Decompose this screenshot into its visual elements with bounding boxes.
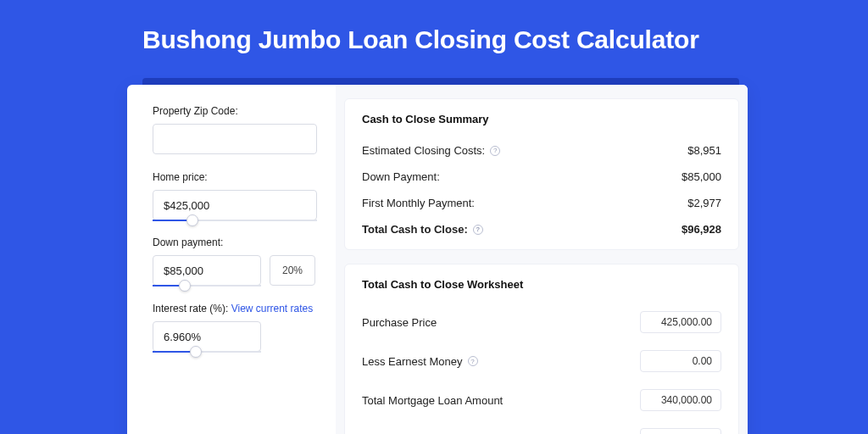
summary-panel: Cash to Close Summary Estimated Closing …	[344, 98, 739, 250]
summary-row-value: $2,977	[687, 197, 721, 209]
summary-row-value: $8,951	[687, 144, 721, 157]
summary-row-label-text: First Monthly Payment:	[362, 197, 475, 209]
worksheet-row: Less Earnest Money?0.00	[362, 342, 721, 381]
worksheet-row-value[interactable]: 340,000.00	[640, 389, 721, 411]
summary-row-value: $96,928	[682, 223, 721, 236]
summary-row: Total Cash to Close:?$96,928	[362, 216, 721, 242]
page-title: Bushong Jumbo Loan Closing Cost Calculat…	[0, 0, 868, 70]
calculator-card: Property Zip Code: Home price: Down paym…	[127, 85, 748, 434]
interest-slider-knob[interactable]	[190, 346, 202, 358]
worksheet-row-label: Purchase Price	[362, 316, 437, 329]
home-price-slider-knob[interactable]	[186, 214, 198, 226]
worksheet-row-value[interactable]	[640, 428, 721, 434]
home-price-input[interactable]	[153, 190, 317, 220]
down-payment-input[interactable]	[153, 255, 261, 286]
view-rates-link[interactable]: View current rates	[231, 303, 314, 314]
summary-title: Cash to Close Summary	[362, 113, 721, 125]
interest-field-block: Interest rate (%): View current rates	[153, 303, 317, 352]
zip-label: Property Zip Code:	[153, 105, 317, 117]
summary-row: Estimated Closing Costs:?$8,951	[362, 137, 721, 164]
summary-row-label-text: Estimated Closing Costs:	[362, 144, 485, 157]
home-price-label: Home price:	[153, 171, 317, 183]
worksheet-row-label-text: Less Earnest Money	[362, 355, 463, 368]
worksheet-row-label: Total Mortgage Loan Amount	[362, 394, 503, 407]
worksheet-row: Purchase Price425,000.00	[362, 303, 721, 342]
summary-row: First Monthly Payment:$2,977	[362, 190, 721, 216]
results-column: Cash to Close Summary Estimated Closing …	[336, 85, 748, 434]
interest-input[interactable]	[153, 321, 261, 352]
summary-row: Down Payment:$85,000	[362, 164, 721, 190]
summary-row-label: Estimated Closing Costs:?	[362, 144, 500, 157]
help-icon[interactable]: ?	[468, 356, 478, 366]
down-payment-percent[interactable]: 20%	[270, 255, 315, 286]
down-payment-label: Down payment:	[153, 236, 317, 248]
summary-row-label: Total Cash to Close:?	[362, 223, 483, 236]
help-icon[interactable]: ?	[490, 146, 500, 156]
worksheet-row-label: Less Earnest Money?	[362, 355, 478, 368]
worksheet-row-value[interactable]: 0.00	[640, 350, 721, 372]
worksheet-row-label-text: Purchase Price	[362, 316, 437, 329]
home-price-field-block: Home price:	[153, 171, 317, 220]
down-payment-slider-knob[interactable]	[179, 280, 191, 292]
worksheet-title: Total Cash to Close Worksheet	[362, 278, 721, 291]
inputs-column: Property Zip Code: Home price: Down paym…	[127, 85, 336, 434]
summary-row-value: $85,000	[682, 170, 721, 183]
zip-input[interactable]	[153, 124, 317, 154]
help-icon[interactable]: ?	[473, 225, 483, 235]
zip-field-block: Property Zip Code:	[153, 105, 317, 154]
summary-row-label-text: Down Payment:	[362, 170, 440, 183]
worksheet-row: Total Second Mortgage Amount?	[362, 420, 721, 434]
summary-row-label-text: Total Cash to Close:	[362, 223, 468, 236]
interest-label-text: Interest rate (%):	[153, 303, 231, 314]
summary-row-label: Down Payment:	[362, 170, 440, 183]
worksheet-row-value[interactable]: 425,000.00	[640, 311, 721, 333]
interest-label: Interest rate (%): View current rates	[153, 303, 317, 314]
worksheet-panel: Total Cash to Close Worksheet Purchase P…	[344, 264, 739, 434]
worksheet-row-label-text: Total Mortgage Loan Amount	[362, 394, 503, 407]
down-payment-field-block: Down payment: 20%	[153, 236, 317, 286]
worksheet-row: Total Mortgage Loan Amount340,000.00	[362, 381, 721, 420]
summary-row-label: First Monthly Payment:	[362, 197, 475, 209]
